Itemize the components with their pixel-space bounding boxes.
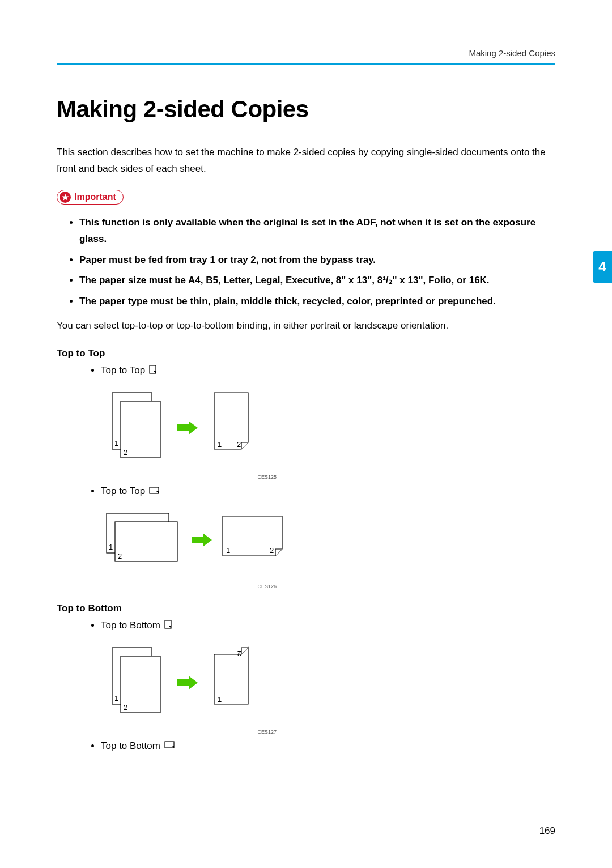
section-heading-top-to-bottom: Top to Bottom: [57, 603, 555, 614]
svg-text:2: 2: [237, 440, 241, 449]
list-item: Top to Top: [101, 365, 555, 377]
important-list: This function is only available when the…: [79, 215, 555, 310]
list-item: The paper size must be A4, B5, Letter, L…: [79, 273, 555, 289]
svg-text:1: 1: [114, 694, 118, 703]
list-item: Top to Bottom: [101, 741, 555, 752]
landscape-orientation-icon: [164, 741, 175, 752]
figure-code: CES126: [101, 584, 277, 589]
svg-text:2: 2: [270, 546, 274, 555]
body-paragraph: You can select top-to-top or top-to-bott…: [57, 318, 555, 334]
diagram-top-to-top-portrait: 1 2 1 2: [101, 387, 555, 469]
list-item: Top to Top: [101, 486, 555, 497]
item-label: Top to Bottom: [101, 620, 160, 631]
page-title: Making 2-sided Copies: [57, 96, 555, 123]
item-label: Top to Bottom: [101, 741, 160, 751]
item-label: Top to Top: [101, 486, 145, 496]
svg-text:2: 2: [118, 552, 122, 560]
intro-paragraph: This section describes how to set the ma…: [57, 144, 555, 177]
svg-text:2: 2: [237, 649, 241, 658]
portrait-orientation-icon: [149, 365, 157, 377]
section-heading-top-to-top: Top to Top: [57, 348, 555, 359]
list-item: Top to Bottom: [101, 620, 555, 632]
list-item: Paper must be fed from tray 1 or tray 2,…: [79, 252, 555, 269]
svg-rect-10: [115, 522, 177, 561]
item-label: Top to Top: [101, 365, 145, 376]
svg-text:1: 1: [226, 546, 230, 555]
svg-marker-13: [192, 533, 212, 547]
svg-rect-8: [150, 487, 159, 493]
svg-text:2: 2: [124, 448, 128, 457]
list-item: This function is only available when the…: [79, 215, 555, 248]
svg-rect-24: [165, 742, 174, 748]
important-badge: ★ Important: [57, 190, 124, 205]
svg-text:1: 1: [109, 543, 113, 551]
portrait-orientation-icon: [164, 620, 172, 632]
svg-text:2: 2: [124, 703, 128, 712]
landscape-orientation-icon: [149, 486, 159, 497]
running-header: Making 2-sided Copies: [57, 48, 555, 65]
figure-code: CES127: [101, 729, 277, 735]
chapter-tab: 4: [593, 251, 612, 283]
svg-marker-5: [177, 421, 198, 435]
diagram-top-to-bottom-portrait: 1 2 1 2: [101, 642, 555, 724]
figure-code: CES125: [101, 474, 277, 480]
page-number: 169: [539, 826, 555, 837]
diagram-top-to-top-landscape: 1 2 1 2: [101, 508, 555, 578]
svg-text:1: 1: [218, 695, 222, 704]
star-icon: ★: [60, 192, 71, 203]
svg-text:1: 1: [114, 439, 118, 448]
svg-marker-21: [177, 676, 198, 690]
important-label: Important: [74, 192, 116, 202]
list-item: The paper type must be thin, plain, midd…: [79, 293, 555, 310]
svg-text:1: 1: [218, 440, 222, 449]
